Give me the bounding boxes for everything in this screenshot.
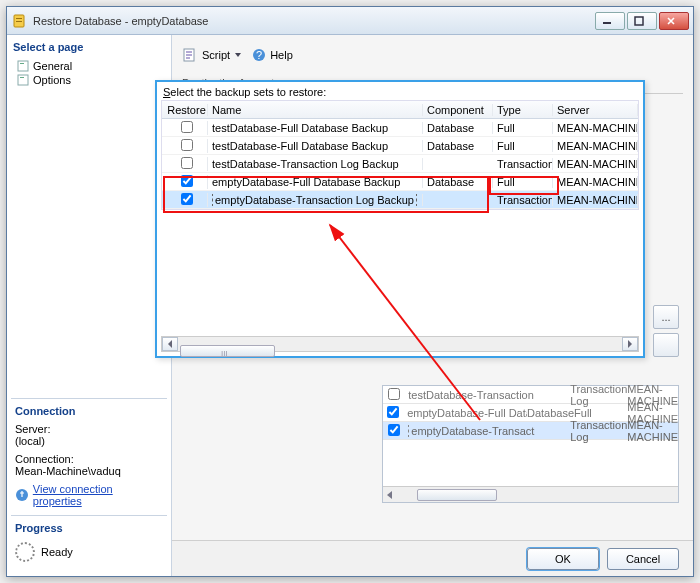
dropdown-icon	[234, 51, 242, 59]
table-row[interactable]: testDatabase-Transaction Log Backup Tran…	[162, 155, 638, 173]
cell-name: emptyDatabase-Transaction Log Backup	[408, 425, 534, 437]
window-title: Restore Database - emptyDatabase	[33, 15, 208, 27]
cell-type: Full	[493, 140, 553, 152]
backup-sets-table-background: testDatabase-Transaction Log Backup Tran…	[382, 385, 679, 503]
table-row[interactable]: emptyDatabase-Full Database Backup Datab…	[162, 173, 638, 191]
cell-type: Transaction Log	[570, 419, 627, 443]
add-backup-button[interactable]: ...	[653, 305, 679, 329]
restore-checkbox[interactable]	[181, 157, 193, 169]
help-label: Help	[270, 49, 293, 61]
cell-type: Full	[493, 176, 553, 188]
scroll-grip-icon: III	[181, 349, 228, 358]
cell-type: Full	[493, 122, 553, 134]
ok-button[interactable]: OK	[527, 548, 599, 570]
cell-type: Transaction Log	[493, 158, 553, 170]
link-icon	[15, 488, 29, 502]
close-button[interactable]	[659, 12, 689, 30]
ellipsis-icon: ...	[661, 311, 670, 323]
scroll-right-icon[interactable]	[622, 337, 638, 351]
cell-name: testDatabase-Full Database Backup	[208, 122, 423, 134]
h-scrollbar[interactable]	[383, 486, 678, 502]
header-name[interactable]: Name	[208, 104, 423, 116]
table-row[interactable]: testDatabase-Full Database Backup Databa…	[162, 137, 638, 155]
backup-sets-table: Restore Name Component Type Server testD…	[161, 100, 639, 210]
restore-checkbox[interactable]	[181, 139, 193, 151]
header-restore[interactable]: Restore	[162, 104, 208, 116]
table-row[interactable]: emptyDatabase-Transaction Log Backup Tra…	[383, 422, 678, 440]
svg-text:?: ?	[256, 49, 262, 61]
scroll-left-icon[interactable]	[162, 337, 178, 351]
page-icon	[17, 74, 29, 86]
cell-component: Database	[527, 407, 574, 419]
help-button[interactable]: ? Help	[252, 48, 293, 62]
table-row[interactable]: testDatabase-Full Database Backup Databa…	[162, 119, 638, 137]
script-icon	[182, 47, 198, 63]
cell-component: Database	[423, 122, 493, 134]
cell-name: testDatabase-Transaction Log Backup	[404, 389, 534, 401]
connection-header: Connection	[13, 403, 165, 419]
remove-backup-button[interactable]	[653, 333, 679, 357]
prompt-text: elect the backup sets to restore:	[170, 86, 326, 98]
progress-status: Ready	[41, 546, 73, 558]
cell-name: emptyDatabase-Transaction Log Backup	[212, 194, 417, 206]
cell-component: Database	[423, 176, 493, 188]
help-icon: ?	[252, 48, 266, 62]
svg-rect-1	[16, 18, 22, 19]
page-icon	[17, 60, 29, 72]
cancel-button[interactable]: Cancel	[607, 548, 679, 570]
page-options-label: Options	[33, 74, 71, 86]
callout-prompt: Select the backup sets to restore:	[157, 82, 643, 100]
view-connection-properties-link[interactable]: View connection properties	[33, 483, 163, 507]
titlebar[interactable]: Restore Database - emptyDatabase	[7, 7, 693, 35]
progress-ring-icon	[15, 542, 35, 562]
restore-checkbox[interactable]	[181, 175, 193, 187]
app-icon	[11, 13, 27, 29]
page-options[interactable]: Options	[13, 73, 165, 87]
left-panel: Select a page General Options Connection…	[7, 35, 172, 576]
script-label: Script	[202, 49, 230, 61]
minimize-button[interactable]	[595, 12, 625, 30]
page-general-label: General	[33, 60, 72, 72]
cell-server: MEAN-MACHINE	[553, 122, 638, 134]
cell-component: Database	[423, 140, 493, 152]
cell-server: MEAN-MACHINE	[553, 140, 638, 152]
server-value: (local)	[15, 435, 163, 447]
cell-name: testDatabase-Transaction Log Backup	[208, 158, 423, 170]
table-header-row: Restore Name Component Type Server	[162, 101, 638, 119]
select-page-header: Select a page	[11, 39, 167, 55]
svg-rect-8	[20, 77, 24, 78]
svg-rect-5	[18, 61, 28, 71]
cell-type: Transaction Log	[570, 383, 627, 407]
restore-checkbox[interactable]	[388, 424, 400, 436]
svg-rect-7	[18, 75, 28, 85]
restore-checkbox[interactable]	[181, 121, 193, 133]
cell-server: MEAN-MACHINE	[553, 158, 638, 170]
h-scrollbar[interactable]: III	[161, 336, 639, 352]
svg-rect-2	[16, 21, 22, 22]
cell-name: emptyDatabase-Full Database Backup	[403, 407, 527, 419]
cell-server: MEAN-MACHINE	[553, 194, 638, 206]
connection-value: Mean-Machine\vaduq	[15, 465, 163, 477]
scroll-thumb[interactable]: III	[180, 345, 275, 357]
cell-name: testDatabase-Full Database Backup	[208, 140, 423, 152]
header-type[interactable]: Type	[493, 104, 553, 116]
scroll-thumb[interactable]	[417, 489, 497, 501]
page-general[interactable]: General	[13, 59, 165, 73]
header-component[interactable]: Component	[423, 104, 493, 116]
connection-label: Connection:	[15, 453, 163, 465]
svg-rect-6	[20, 63, 24, 64]
cell-server: MEAN-MACHINE	[553, 176, 638, 188]
backup-sets-callout: Select the backup sets to restore: Resto…	[155, 80, 645, 358]
progress-header: Progress	[13, 520, 165, 536]
header-server[interactable]: Server	[553, 104, 638, 116]
cell-name: emptyDatabase-Full Database Backup	[208, 176, 423, 188]
cell-type: Transaction Log	[493, 194, 553, 206]
table-row[interactable]: emptyDatabase-Transaction Log Backup Tra…	[162, 191, 638, 209]
restore-checkbox[interactable]	[181, 193, 193, 205]
svg-rect-3	[603, 22, 611, 24]
restore-checkbox[interactable]	[388, 388, 400, 400]
svg-rect-4	[635, 17, 643, 25]
cell-server: MEAN-MACHINE	[627, 419, 678, 443]
script-button[interactable]: Script	[182, 47, 242, 63]
maximize-button[interactable]	[627, 12, 657, 30]
